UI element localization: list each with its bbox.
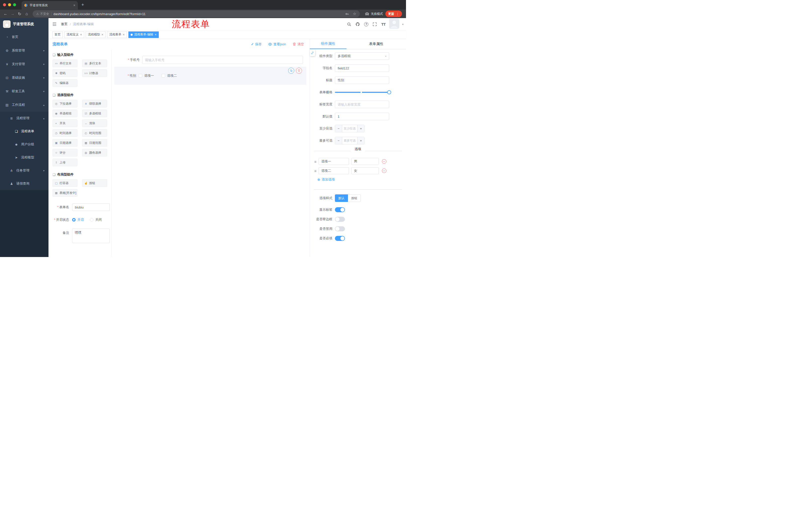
- stepper-decrease-button[interactable]: −: [335, 137, 342, 144]
- palette-item-upload[interactable]: ⇧上传: [53, 159, 77, 166]
- app-logo[interactable]: 芋道管理系统: [0, 18, 49, 30]
- new-tab-button[interactable]: +: [81, 2, 84, 7]
- canvas-field-gender-selected[interactable]: *性别 选项一 选项二: [114, 66, 306, 85]
- stepper-placeholder[interactable]: 至少应选: [342, 125, 357, 132]
- help-icon[interactable]: ?: [364, 21, 369, 27]
- view-json-button[interactable]: 查看json: [268, 42, 286, 47]
- sidebar-item-home[interactable]: ◔ 首页: [0, 30, 49, 44]
- palette-item-time-range[interactable]: ◴时间范围: [82, 129, 107, 137]
- fullscreen-icon[interactable]: [372, 21, 378, 27]
- tab-form-props[interactable]: 表单属性: [346, 39, 406, 49]
- back-icon[interactable]: ←: [2, 10, 9, 17]
- palette-item-table[interactable]: ▦表格[开发中]: [53, 189, 77, 197]
- title-input[interactable]: [335, 77, 389, 84]
- label-width-input[interactable]: [335, 101, 389, 108]
- drag-handle-icon[interactable]: ≡: [314, 159, 317, 164]
- phone-input[interactable]: [142, 56, 303, 64]
- palette-item-date-picker[interactable]: ▣日期选择: [53, 139, 77, 146]
- option2-name-input[interactable]: [319, 167, 349, 174]
- checkbox-box[interactable]: [139, 74, 142, 77]
- palette-item-radio-group[interactable]: ◉单选框组: [53, 110, 77, 117]
- sidebar-item-leave-query[interactable]: ♟ 请假查询: [0, 177, 49, 190]
- tag-process-model[interactable]: 流程模型 ×: [86, 31, 106, 38]
- tag-process-form-edit[interactable]: 流程表单-编辑 ×: [128, 31, 159, 38]
- font-size-icon[interactable]: TT: [381, 21, 386, 27]
- tag-close-icon[interactable]: ×: [102, 33, 103, 36]
- palette-item-multi-text[interactable]: ▤多行文本: [82, 60, 107, 67]
- palette-item-switch[interactable]: ◐开关: [53, 119, 77, 127]
- url-text[interactable]: dashboard.yudao.iocoder.cn/bpm/manager/f…: [54, 12, 341, 16]
- avatar[interactable]: [389, 19, 399, 30]
- palette-item-button[interactable]: ☝按钮: [82, 179, 107, 187]
- grid-slider[interactable]: [335, 88, 389, 96]
- style-default-button[interactable]: 默认: [335, 194, 348, 202]
- palette-item-checkbox-group[interactable]: ☑多选框组: [82, 110, 107, 117]
- link-button[interactable]: [310, 50, 315, 56]
- forward-icon[interactable]: →: [9, 10, 16, 17]
- sidebar-item-task-mgmt[interactable]: ⋔ 任务管理 ▾: [0, 164, 49, 177]
- tag-process-definition[interactable]: 流程定义 ×: [64, 31, 84, 38]
- sidebar-item-user-group[interactable]: ☻ 用户分组: [0, 138, 49, 151]
- form-remark-textarea[interactable]: 嘿嘿: [72, 228, 110, 243]
- option1-name-input[interactable]: [319, 158, 349, 165]
- widget-delete-button[interactable]: [296, 67, 302, 74]
- disabled-switch[interactable]: [335, 226, 345, 231]
- canvas-field-phone[interactable]: *手机号: [114, 56, 306, 64]
- option1-remove-button[interactable]: −: [382, 159, 386, 164]
- update-button[interactable]: 更新 ⋮: [385, 10, 402, 17]
- password-key-icon[interactable]: [345, 12, 349, 16]
- default-value-input[interactable]: [335, 113, 389, 120]
- palette-item-editor[interactable]: ✎编辑器: [53, 79, 77, 87]
- palette-item-slider[interactable]: ↔滑块: [82, 119, 107, 127]
- palette-item-counter[interactable]: 123计数器: [82, 70, 107, 77]
- palette-item-password[interactable]: ✱密码: [53, 70, 77, 77]
- gender-checkbox-option2[interactable]: 选项二: [162, 74, 177, 78]
- palette-item-time-picker[interactable]: ◷时间选择: [53, 129, 77, 137]
- breadcrumb-home[interactable]: 首页: [61, 22, 67, 26]
- radio-off[interactable]: 关闭: [90, 218, 102, 222]
- option1-value-input[interactable]: [351, 158, 379, 165]
- browser-tab[interactable]: 芋道管理系统 ×: [22, 1, 78, 9]
- style-button-button[interactable]: 按钮: [348, 194, 361, 202]
- sidebar-item-process-form[interactable]: ❏ 流程表单: [0, 125, 49, 138]
- field-name-input[interactable]: [335, 64, 389, 72]
- tag-close-icon[interactable]: ×: [80, 33, 82, 36]
- required-switch[interactable]: [335, 236, 345, 241]
- tag-close-icon[interactable]: ×: [155, 33, 156, 36]
- form-canvas[interactable]: *手机号 *性别 选项一 选项二: [112, 49, 310, 257]
- tab-close-icon[interactable]: ×: [74, 3, 76, 7]
- form-name-input[interactable]: [72, 204, 110, 211]
- hamburger-fold-icon[interactable]: [52, 22, 57, 26]
- drag-handle-icon[interactable]: ≡: [314, 169, 317, 173]
- browser-menu-icon[interactable]: ⋮: [396, 12, 399, 16]
- save-button[interactable]: ✓ 保存: [251, 42, 262, 47]
- sidebar-item-devtools[interactable]: ⚒ 研发工具 ▾: [0, 84, 49, 98]
- search-icon[interactable]: [346, 21, 352, 27]
- sidebar-item-process-model[interactable]: ➤ 流程模型: [0, 151, 49, 164]
- add-option-button[interactable]: ⊕ 添加选项: [317, 177, 406, 182]
- palette-item-rate[interactable]: ☆评分: [53, 149, 77, 156]
- window-zoom-button[interactable]: [13, 3, 16, 6]
- palette-item-date-range[interactable]: ▦日期范围: [82, 139, 107, 146]
- option2-value-input[interactable]: [351, 167, 379, 174]
- tab-component-props[interactable]: 组件属性: [310, 39, 346, 49]
- stepper-increase-button[interactable]: +: [357, 137, 364, 144]
- sidebar-item-infra[interactable]: ⊡ 基础设施 ▾: [0, 71, 49, 84]
- sidebar-item-system[interactable]: ⚙ 系统管理 ▾: [0, 44, 49, 57]
- sidebar-item-payment[interactable]: ¥ 支付管理 ▾: [0, 57, 49, 71]
- palette-item-single-text[interactable]: ▭单行文本: [53, 60, 77, 67]
- gender-checkbox-option1[interactable]: 选项一: [139, 74, 154, 78]
- slider-track[interactable]: [335, 92, 389, 93]
- stepper-increase-button[interactable]: +: [357, 125, 364, 132]
- clear-button[interactable]: 清空: [292, 42, 304, 47]
- checkbox-box[interactable]: [162, 74, 165, 77]
- slider-handle[interactable]: [387, 90, 391, 94]
- option2-remove-button[interactable]: −: [382, 168, 386, 173]
- bookmark-star-icon[interactable]: ☆: [353, 11, 356, 16]
- border-switch[interactable]: [335, 217, 345, 222]
- reload-icon[interactable]: ↻: [16, 10, 23, 17]
- home-icon[interactable]: ⌂: [23, 10, 30, 17]
- tag-process-form[interactable]: 流程表单 ×: [107, 31, 127, 38]
- address-bar[interactable]: ⚠ 不安全 dashboard.yudao.iocoder.cn/bpm/man…: [33, 10, 360, 17]
- show-label-switch[interactable]: [335, 207, 345, 212]
